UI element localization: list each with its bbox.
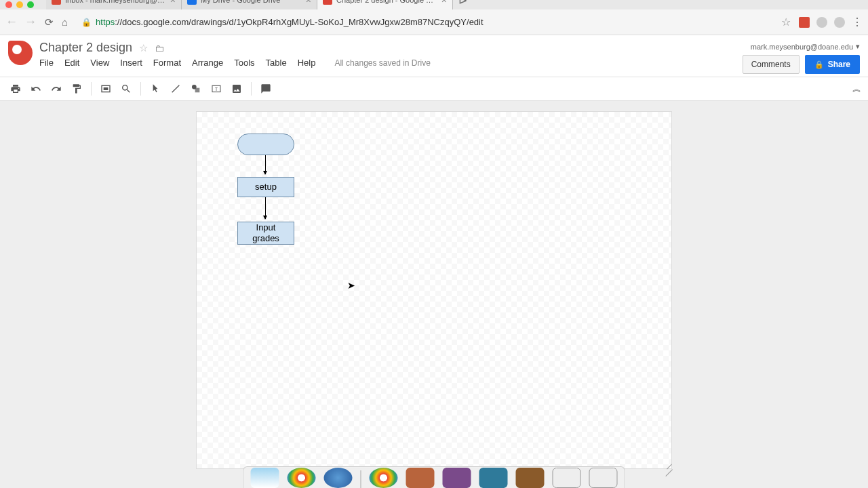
canvas-resize-handle[interactable] <box>663 460 673 470</box>
forward-button[interactable]: → <box>24 15 37 29</box>
doc-title[interactable]: Chapter 2 design <box>39 41 132 55</box>
home-button[interactable]: ⌂ <box>62 16 68 28</box>
undo-button[interactable] <box>27 80 45 98</box>
flowchart-arrow[interactable] <box>265 197 266 219</box>
menu-format[interactable]: Format <box>153 58 181 68</box>
print-icon <box>10 83 21 94</box>
close-icon[interactable]: × <box>170 0 176 5</box>
menu-bar: File Edit View Insert Format Arrange Too… <box>39 58 743 68</box>
lock-icon: 🔒 <box>81 18 92 27</box>
safari-icon[interactable] <box>324 468 353 488</box>
toolbar: T ︽ <box>0 77 868 101</box>
image-tool[interactable] <box>228 80 245 98</box>
collapse-toolbar-button[interactable]: ︽ <box>852 83 861 95</box>
new-tab-button[interactable]: ⊳ <box>453 0 472 9</box>
select-tool[interactable] <box>146 80 164 98</box>
tab-inbox[interactable]: Inbox - mark.meysenburg@d... × <box>46 0 182 9</box>
redo-icon <box>51 83 62 94</box>
textbox-icon: T <box>211 83 222 94</box>
chrome-icon[interactable] <box>370 468 398 488</box>
shape-label: Input grades <box>252 222 279 243</box>
doc-header: Chapter 2 design ☆ 🗀 File Edit View Inse… <box>0 35 868 74</box>
menu-tools[interactable]: Tools <box>234 58 254 68</box>
app-icon[interactable] <box>479 468 508 488</box>
back-button[interactable]: ← <box>5 15 18 29</box>
canvas-area: setup Input grades ➤ <box>0 101 868 488</box>
gmail-favicon-icon <box>52 0 61 5</box>
reload-button[interactable]: ⟳ <box>45 16 54 28</box>
flowchart-arrow[interactable] <box>265 155 266 174</box>
url-bar: ← → ⟳ ⌂ 🔒 https://docs.google.com/drawin… <box>0 9 868 35</box>
zoom-fit-button[interactable] <box>97 80 115 98</box>
extension-icon[interactable] <box>834 17 845 28</box>
menu-edit[interactable]: Edit <box>64 58 79 68</box>
close-icon[interactable]: × <box>441 0 447 5</box>
separator <box>140 82 141 96</box>
menu-arrange[interactable]: Arrange <box>192 58 223 68</box>
trash-icon[interactable] <box>589 468 618 488</box>
shape-icon <box>191 83 201 94</box>
move-folder-icon[interactable]: 🗀 <box>155 43 164 54</box>
minimize-window-icon[interactable] <box>16 1 23 8</box>
tab-bar: Inbox - mark.meysenburg@d... × My Drive … <box>46 0 472 9</box>
undo-icon <box>31 83 41 94</box>
menu-view[interactable]: View <box>90 58 109 68</box>
drive-favicon-icon <box>187 0 197 5</box>
tab-title: Inbox - mark.meysenburg@d... <box>65 0 166 4</box>
line-icon <box>170 83 181 94</box>
flowchart-terminator[interactable] <box>237 134 294 155</box>
flowchart-process-input-grades[interactable]: Input grades <box>237 222 294 245</box>
app-icon[interactable] <box>516 468 545 488</box>
finder-icon[interactable] <box>251 468 279 488</box>
image-icon <box>231 83 242 94</box>
fullscreen-window-icon[interactable] <box>27 1 34 8</box>
drawings-app: Chapter 2 design ☆ 🗀 File Edit View Inse… <box>0 35 868 488</box>
canvas[interactable]: setup Input grades ➤ <box>197 112 671 468</box>
paint-roller-icon <box>71 83 82 94</box>
drawings-logo-icon[interactable] <box>8 41 33 65</box>
menu-insert[interactable]: Insert <box>120 58 142 68</box>
save-status: All changes saved in Drive <box>334 58 430 68</box>
comments-button[interactable]: Comments <box>743 55 800 74</box>
close-window-icon[interactable] <box>5 1 12 8</box>
app-icon[interactable] <box>406 468 435 488</box>
share-button[interactable]: 🔒Share <box>805 55 860 74</box>
menu-table[interactable]: Table <box>266 58 287 68</box>
close-icon[interactable]: × <box>306 0 311 5</box>
tab-drive[interactable]: My Drive - Google Drive × <box>182 0 317 9</box>
url-text: https://docs.google.com/drawings/d/1yOkp… <box>96 17 484 27</box>
shape-tool[interactable] <box>187 80 205 98</box>
extension-icon[interactable] <box>816 17 827 28</box>
user-account[interactable]: mark.meysenburg@doane.edu ▾ <box>751 42 860 51</box>
menu-file[interactable]: File <box>39 58 54 68</box>
shape-label: setup <box>255 182 277 192</box>
textbox-tool[interactable]: T <box>208 80 225 98</box>
address-bar[interactable]: 🔒 https://docs.google.com/drawings/d/1yO… <box>76 14 773 30</box>
mouse-cursor-icon: ➤ <box>347 280 355 291</box>
lock-icon: 🔒 <box>814 60 824 69</box>
separator <box>251 82 252 96</box>
zoom-icon <box>121 83 132 94</box>
redo-button[interactable] <box>47 80 65 98</box>
print-button[interactable] <box>7 80 24 98</box>
separator <box>91 82 92 96</box>
paint-format-button[interactable] <box>68 80 85 98</box>
bookmark-star-icon[interactable]: ☆ <box>781 16 791 28</box>
extension-icon[interactable] <box>799 17 810 28</box>
line-tool[interactable] <box>167 80 184 98</box>
chrome-menu-button[interactable]: ⋮ <box>852 16 863 28</box>
app-icon[interactable] <box>553 468 581 488</box>
flowchart-process-setup[interactable]: setup <box>237 177 294 197</box>
comment-tool[interactable] <box>257 80 275 98</box>
comment-icon <box>260 83 271 94</box>
menu-help[interactable]: Help <box>298 58 316 68</box>
svg-rect-3 <box>195 88 200 93</box>
svg-rect-1 <box>104 87 108 90</box>
star-icon[interactable]: ☆ <box>139 42 148 54</box>
window-chrome: Inbox - mark.meysenburg@d... × My Drive … <box>0 0 868 9</box>
tab-drawings[interactable]: Chapter 2 design - Google Dr... × <box>317 0 453 9</box>
app-icon[interactable] <box>443 468 471 488</box>
dock-separator <box>361 470 361 488</box>
chrome-icon[interactable] <box>288 468 316 488</box>
zoom-button[interactable] <box>117 80 135 98</box>
